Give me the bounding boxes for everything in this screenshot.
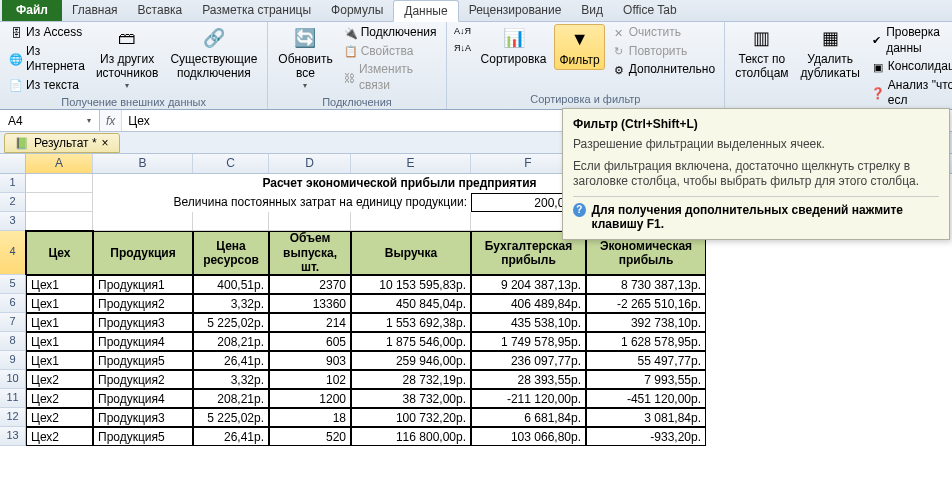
tab-review[interactable]: Рецензирование xyxy=(459,0,572,21)
row-10[interactable]: 10 xyxy=(0,370,26,389)
clear-filter-button[interactable]: ✕Очистить xyxy=(609,24,718,42)
col-e[interactable]: E xyxy=(351,154,471,173)
data-cell[interactable]: 208,21р. xyxy=(193,389,269,408)
advanced-filter-button[interactable]: ⚙Дополнительно xyxy=(609,61,718,79)
row-13[interactable]: 13 xyxy=(0,427,26,446)
text-to-columns-button[interactable]: ▥Текст по столбцам xyxy=(731,24,792,83)
data-cell[interactable]: 26,41р. xyxy=(193,351,269,370)
row-2[interactable]: 2 xyxy=(0,193,26,212)
data-cell[interactable]: 18 xyxy=(269,408,351,427)
tab-view[interactable]: Вид xyxy=(571,0,613,21)
header-cell[interactable]: Цена ресурсов xyxy=(193,231,269,275)
data-cell[interactable]: 116 800,00р. xyxy=(351,427,471,446)
cell-a4[interactable]: Цех xyxy=(26,231,93,275)
col-a[interactable]: A xyxy=(26,154,93,173)
data-cell[interactable]: -933,20р. xyxy=(586,427,706,446)
data-cell[interactable]: 9 204 387,13р. xyxy=(471,275,586,294)
refresh-button[interactable]: 🔄Обновить все▾ xyxy=(274,24,336,92)
tab-home[interactable]: Главная xyxy=(62,0,128,21)
data-cell[interactable]: 38 732,00р. xyxy=(351,389,471,408)
row-3[interactable]: 3 xyxy=(0,212,26,231)
from-access-button[interactable]: 🗄Из Access xyxy=(6,24,88,42)
data-cell[interactable]: Продукция3 xyxy=(93,313,193,332)
data-cell[interactable]: 1200 xyxy=(269,389,351,408)
properties-button[interactable]: 📋Свойства xyxy=(341,43,440,61)
data-cell[interactable]: Продукция1 xyxy=(93,275,193,294)
data-cell[interactable]: 5 225,02р. xyxy=(193,313,269,332)
doc-tab-result[interactable]: 📗 Результат * × xyxy=(4,133,120,153)
data-cell[interactable]: Продукция4 xyxy=(93,389,193,408)
row-4[interactable]: 4 xyxy=(0,231,26,275)
data-cell[interactable]: 5 225,02р. xyxy=(193,408,269,427)
data-cell[interactable]: 3,32р. xyxy=(193,294,269,313)
col-d[interactable]: D xyxy=(269,154,351,173)
data-cell[interactable]: -2 265 510,16р. xyxy=(586,294,706,313)
data-cell[interactable]: 392 738,10р. xyxy=(586,313,706,332)
header-cell[interactable]: Выручка xyxy=(351,231,471,275)
tab-file[interactable]: Файл xyxy=(2,0,62,21)
data-cell[interactable]: Цех1 xyxy=(26,351,93,370)
name-box[interactable]: A4▾ xyxy=(0,110,100,131)
tab-insert[interactable]: Вставка xyxy=(128,0,193,21)
data-cell[interactable]: 1 553 692,38р. xyxy=(351,313,471,332)
row-1[interactable]: 1 xyxy=(0,174,26,193)
data-cell[interactable]: 26,41р. xyxy=(193,427,269,446)
data-cell[interactable]: Цех2 xyxy=(26,370,93,389)
data-cell[interactable]: Цех2 xyxy=(26,389,93,408)
data-cell[interactable]: 208,21р. xyxy=(193,332,269,351)
data-cell[interactable]: 10 153 595,83р. xyxy=(351,275,471,294)
data-cell[interactable]: 1 875 546,00р. xyxy=(351,332,471,351)
data-cell[interactable]: Продукция3 xyxy=(93,408,193,427)
data-cell[interactable]: 8 730 387,13р. xyxy=(586,275,706,294)
data-cell[interactable]: 28 732,19р. xyxy=(351,370,471,389)
row-5[interactable]: 5 xyxy=(0,275,26,294)
data-cell[interactable]: Продукция5 xyxy=(93,427,193,446)
reapply-button[interactable]: ↻Повторить xyxy=(609,43,718,61)
data-cell[interactable]: 3 081,84р. xyxy=(586,408,706,427)
chevron-down-icon[interactable]: ▾ xyxy=(87,116,91,125)
row-9[interactable]: 9 xyxy=(0,351,26,370)
data-cell[interactable]: Цех1 xyxy=(26,294,93,313)
data-cell[interactable]: 605 xyxy=(269,332,351,351)
data-cell[interactable]: 100 732,20р. xyxy=(351,408,471,427)
data-cell[interactable]: 103 066,80р. xyxy=(471,427,586,446)
subtitle-cell[interactable]: Величина постоянных затрат на единицу пр… xyxy=(93,193,471,212)
header-cell[interactable]: Продукция xyxy=(93,231,193,275)
existing-conn-button[interactable]: 🔗Существующие подключения xyxy=(166,24,261,83)
col-b[interactable]: B xyxy=(93,154,193,173)
connections-button[interactable]: 🔌Подключения xyxy=(341,24,440,42)
tab-formulas[interactable]: Формулы xyxy=(321,0,393,21)
tab-office[interactable]: Office Tab xyxy=(613,0,687,21)
header-cell[interactable]: Объем выпуска, шт. xyxy=(269,231,351,275)
data-cell[interactable]: Цех1 xyxy=(26,332,93,351)
row-11[interactable]: 11 xyxy=(0,389,26,408)
tab-layout[interactable]: Разметка страницы xyxy=(192,0,321,21)
data-cell[interactable]: 400,51р. xyxy=(193,275,269,294)
row-12[interactable]: 12 xyxy=(0,408,26,427)
data-cell[interactable]: 6 681,84р. xyxy=(471,408,586,427)
from-text-button[interactable]: 📄Из текста xyxy=(6,77,88,95)
sort-button[interactable]: 📊Сортировка xyxy=(477,24,551,68)
consolidate-button[interactable]: ▣Консолидация xyxy=(868,58,952,76)
data-cell[interactable]: 13360 xyxy=(269,294,351,313)
data-cell[interactable]: 1 628 578,95р. xyxy=(586,332,706,351)
tab-data[interactable]: Данные xyxy=(393,0,458,22)
data-cell[interactable]: Цех1 xyxy=(26,275,93,294)
sort-za-button[interactable]: Я↓А xyxy=(453,41,473,57)
data-cell[interactable]: Цех2 xyxy=(26,408,93,427)
select-all-corner[interactable] xyxy=(0,154,26,173)
data-cell[interactable]: 520 xyxy=(269,427,351,446)
data-cell[interactable]: Продукция2 xyxy=(93,294,193,313)
data-cell[interactable]: 3,32р. xyxy=(193,370,269,389)
data-cell[interactable]: 28 393,55р. xyxy=(471,370,586,389)
data-cell[interactable]: 55 497,77р. xyxy=(586,351,706,370)
data-cell[interactable]: 903 xyxy=(269,351,351,370)
col-c[interactable]: C xyxy=(193,154,269,173)
data-cell[interactable]: 214 xyxy=(269,313,351,332)
data-cell[interactable]: Цех1 xyxy=(26,313,93,332)
data-cell[interactable]: -211 120,00р. xyxy=(471,389,586,408)
row-8[interactable]: 8 xyxy=(0,332,26,351)
data-cell[interactable]: -451 120,00р. xyxy=(586,389,706,408)
data-cell[interactable]: 236 097,77р. xyxy=(471,351,586,370)
fx-button[interactable]: fx xyxy=(100,110,122,131)
